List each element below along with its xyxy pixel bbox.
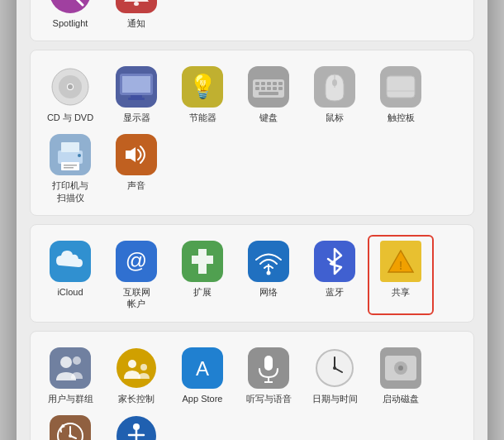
svg-text:!: ! [399,259,403,272]
svg-rect-50 [267,87,271,90]
svg-rect-77 [50,347,91,389]
section4-grid: 用户与群组 家长控制 [37,342,467,440]
pref-appstore-label: App Store [183,393,223,404]
section-system: 用户与群组 家长控制 [30,331,474,440]
pref-icloud[interactable]: iCloud [37,235,103,315]
svg-rect-47 [278,82,283,85]
pref-keyboard-label: 键盘 [259,112,278,123]
section1-grid: ⚙ 通用 桌 [37,0,467,34]
svg-rect-37 [131,95,142,98]
section-hardware: CD 与 DVD 显示器 [30,50,474,216]
section-internet: iCloud @ 互联网帐户 [30,224,474,323]
svg-point-73 [267,271,271,275]
svg-rect-53 [259,92,278,95]
svg-point-80 [116,348,156,388]
pref-network-label: 网络 [259,286,278,298]
svg-point-81 [128,360,136,368]
pref-sharing[interactable]: ! 共享 [368,235,434,315]
svg-rect-67 [116,134,157,175]
section-personal: ⚙ 通用 桌 [30,0,474,41]
pref-internet[interactable]: @ 互联网帐户 [103,235,169,315]
svg-rect-49 [261,87,265,90]
pref-sound[interactable]: 声音 [103,128,169,208]
pref-parental[interactable]: 家长控制 [103,342,169,409]
pref-trackpad-label: 触控板 [388,112,415,123]
pref-icloud-label: iCloud [57,286,83,298]
pref-extensions-label: 扩展 [193,286,212,298]
svg-rect-48 [255,87,259,90]
pref-trackpad[interactable]: 触控板 [368,60,434,128]
pref-bluetooth-label: 蓝牙 [326,286,344,298]
pref-network[interactable]: 网络 [235,235,302,315]
svg-rect-63 [61,162,79,170]
svg-point-33 [68,84,73,89]
pref-parental-label: 家长控制 [118,393,155,404]
main-window: ‹ › ⊞ 系统偏好设置 🔍 搜索 ⚙ [17,0,487,440]
svg-rect-58 [387,76,415,98]
svg-point-96 [398,366,403,371]
svg-text:@: @ [126,248,147,273]
svg-rect-43 [255,82,259,85]
pref-dictation[interactable]: 听写与语音 [235,342,302,409]
pref-appstore[interactable]: A App Store [169,342,235,409]
pref-spotlight-label: Spotlight [53,17,88,29]
svg-rect-46 [273,82,277,85]
content-area: ⚙ 通用 桌 [17,0,487,440]
svg-point-79 [73,356,81,365]
pref-sharing-label: 共享 [392,286,410,298]
svg-point-78 [60,356,72,368]
pref-printer-label: 打印机与扫描仪 [52,179,88,203]
svg-rect-65 [64,167,74,169]
pref-notifications[interactable]: 通知 [103,0,169,34]
pref-dictation-label: 听写与语音 [246,393,292,404]
pref-sound-label: 声音 [127,179,145,191]
svg-text:💡: 💡 [188,73,217,100]
pref-cddvd-label: CD 与 DVD [47,112,93,123]
svg-rect-64 [64,165,77,166]
pref-startup-label: 启动磁盘 [383,393,419,404]
pref-cddvd[interactable]: CD 与 DVD [37,60,103,128]
svg-rect-45 [267,82,271,85]
pref-users[interactable]: 用户与群组 [37,342,103,409]
svg-point-66 [78,154,81,157]
svg-text:A: A [196,357,209,380]
svg-rect-61 [58,151,83,164]
pref-spotlight[interactable]: Spotlight [37,0,103,34]
pref-energy-label: 节能器 [189,112,216,123]
pref-keyboard[interactable]: 键盘 [235,60,302,128]
pref-timemachine[interactable]: Time Machine [37,409,103,440]
pref-energy[interactable]: 💡 节能器 [169,60,235,128]
pref-extensions[interactable]: 扩展 [169,235,235,315]
svg-rect-72 [248,241,289,282]
pref-users-label: 用户与群组 [48,393,93,404]
section2-grid: CD 与 DVD 显示器 [37,60,467,208]
svg-rect-62 [61,142,79,152]
pref-display[interactable]: 显示器 [103,60,169,128]
pref-internet-label: 互联网帐户 [123,286,150,310]
pref-bluetooth[interactable]: 蓝牙 [302,235,368,315]
pref-notifications-label: 通知 [127,17,145,29]
pref-printer[interactable]: 打印机与扫描仪 [37,128,103,208]
svg-point-56 [332,79,337,86]
pref-datetime-label: 日期与时间 [312,393,358,404]
svg-rect-51 [273,87,277,90]
pref-mouse[interactable]: 鼠标 [302,60,368,128]
svg-rect-38 [128,98,145,100]
svg-rect-86 [264,356,273,371]
pref-datetime[interactable]: 日期与时间 [302,342,368,409]
svg-rect-44 [261,82,265,85]
svg-rect-52 [278,87,283,90]
pref-mouse-label: 鼠标 [326,112,344,123]
pref-display-label: 显示器 [123,112,150,123]
pref-accessibility[interactable]: 辅助功能 [103,409,169,440]
svg-rect-36 [122,76,150,93]
svg-rect-29 [134,2,139,6]
svg-point-82 [140,364,147,371]
section3-grid: iCloud @ 互联网帐户 [37,235,467,315]
svg-rect-24 [50,0,91,13]
pref-startup[interactable]: 启动磁盘 [368,342,434,409]
